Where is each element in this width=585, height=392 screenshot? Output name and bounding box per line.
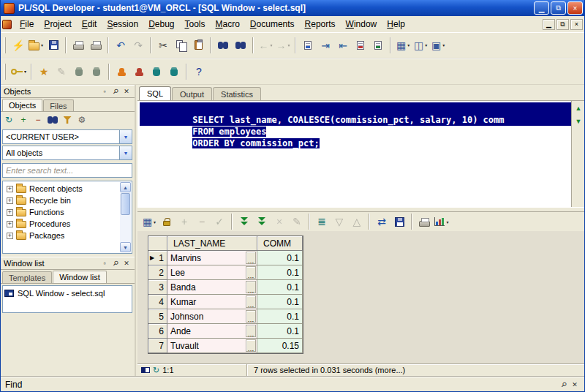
row-number-cell[interactable]: ▶ 4 (148, 295, 167, 309)
sort-asc-button[interactable]: △ ▾ (348, 213, 366, 230)
open-button[interactable]: ▾ (27, 37, 45, 54)
indent-button[interactable]: ⇥ ▾ (317, 37, 334, 54)
scroll-up-icon[interactable]: ▲ (120, 182, 131, 192)
menu-item[interactable]: Project (39, 17, 76, 31)
comm-cell[interactable]: 0.1 (257, 280, 303, 295)
toolbar-button[interactable]: ▾ (210, 37, 211, 53)
toolbar-button[interactable]: ▾ (31, 64, 32, 80)
next-statement-button[interactable]: ▼ (573, 116, 584, 127)
comm-cell[interactable]: 0.1 (257, 324, 303, 339)
report-button[interactable]: ▾ (433, 213, 450, 230)
toolbar-grip[interactable] (4, 37, 6, 53)
corner-cell[interactable] (148, 236, 167, 251)
find-next-button[interactable]: ▾ (232, 37, 249, 54)
cut-button[interactable]: ✂ ▾ (154, 37, 172, 54)
import-button[interactable]: ▾ (70, 63, 88, 80)
break-button[interactable]: ▾ (148, 63, 165, 80)
float-panel-icon[interactable]: ▫ (99, 259, 110, 268)
results-toolbar-button[interactable]: ▾ (231, 214, 233, 230)
row-number-cell[interactable]: ▶ 1 (148, 251, 167, 265)
browser-settings-button[interactable]: ⚙ (75, 113, 89, 127)
tree-item[interactable]: + Packages (4, 230, 120, 241)
expand-icon[interactable]: + (7, 233, 13, 239)
last-name-cell[interactable]: Lee … (167, 265, 257, 280)
delete-record-button[interactable]: − ▾ (193, 213, 211, 230)
minimize-button[interactable]: ▁ (534, 1, 549, 15)
restore-button[interactable]: ⧉ (551, 1, 566, 15)
tree-item[interactable]: + Functions (4, 206, 120, 218)
expand-icon[interactable]: + (7, 186, 13, 192)
tree-item[interactable]: + Procedures (4, 218, 120, 230)
find-button[interactable]: ▾ (214, 37, 232, 54)
collapse-all-button[interactable]: − (31, 113, 45, 127)
window-list-button[interactable]: ▦ ▾ (394, 37, 412, 54)
toolbar-button[interactable]: ▾ (252, 37, 254, 53)
search-input[interactable] (3, 164, 132, 177)
toolbar-button[interactable]: ▾ (390, 37, 391, 53)
tree-item[interactable]: + Recent objects (4, 183, 120, 195)
save-button[interactable]: ▾ (45, 37, 62, 54)
menu-item[interactable]: Macro (211, 17, 245, 31)
horizontal-splitter[interactable] (137, 207, 585, 212)
export-results-button[interactable]: ⇄ ▾ (373, 213, 390, 230)
kill-session-button[interactable]: ▾ (165, 63, 183, 80)
insert-record-button[interactable]: + ▾ (176, 213, 193, 230)
menu-item[interactable]: Debug (143, 17, 179, 31)
last-name-cell[interactable]: Ande … (167, 324, 257, 339)
app-icon[interactable] (4, 3, 15, 14)
comm-cell[interactable]: 0.1 (257, 251, 303, 265)
expand-icon[interactable]: + (7, 209, 13, 216)
tree-scrollbar[interactable]: ▲ ▼ (120, 182, 131, 252)
object-filter-combo[interactable]: All objects ▼ (2, 146, 132, 160)
menu-item[interactable]: Documents (245, 17, 300, 31)
menu-item[interactable]: Session (102, 17, 143, 31)
column-header[interactable]: LAST_NAME (167, 236, 257, 251)
row-number-cell[interactable]: ▶ 3 (148, 280, 167, 295)
toolbar-button[interactable]: ▾ (295, 37, 296, 53)
fetch-next-page-button[interactable]: ▾ (235, 213, 253, 230)
cell-ellipsis-button[interactable]: … (246, 325, 256, 337)
help-button[interactable]: ? ▾ (190, 63, 208, 80)
save-results-button[interactable]: ▾ (390, 213, 408, 230)
grid-options-button[interactable]: ▦ ▾ (140, 213, 158, 230)
editor-tab[interactable]: Statistics (213, 87, 261, 100)
toolbar-grip[interactable] (4, 64, 6, 80)
undo-button[interactable]: ↶ ▾ (112, 37, 129, 54)
results-toolbar-button[interactable]: ▾ (369, 214, 370, 230)
comm-cell[interactable]: 0.1 (257, 265, 303, 280)
row-number-cell[interactable]: ▶ 2 (148, 265, 167, 280)
window-list-tab[interactable]: Templates (2, 271, 52, 283)
last-name-cell[interactable]: Tuvault … (167, 339, 257, 353)
rollback-button[interactable]: ▾ (130, 63, 148, 80)
print-options-button[interactable]: ▾ (87, 37, 105, 54)
mdi-restore-button[interactable]: ⧉ (556, 19, 569, 30)
print-button[interactable]: ▾ (69, 37, 87, 54)
menu-item[interactable]: Window (341, 17, 382, 31)
toolbar-button[interactable]: ▾ (65, 37, 67, 53)
last-name-cell[interactable]: Marvins … (167, 251, 257, 265)
single-record-view-button[interactable]: ≣ ▾ (313, 213, 331, 230)
compare-button[interactable]: ▾ (369, 37, 387, 54)
post-record-button[interactable]: ✓ ▾ (211, 213, 228, 230)
comm-cell[interactable]: 0.1 (257, 295, 303, 309)
print-results-button[interactable]: ▾ (415, 213, 433, 230)
new-instance-button[interactable]: ▣ ▾ (429, 37, 447, 54)
comm-cell[interactable]: 0.1 (257, 309, 303, 324)
objects-panel-tab[interactable]: Files (43, 99, 73, 111)
row-number-cell[interactable]: ▶ 6 (148, 324, 167, 339)
cell-ellipsis-button[interactable]: … (246, 295, 256, 308)
paste-button[interactable]: ▾ (189, 37, 207, 54)
menu-item[interactable]: Tools (180, 17, 211, 31)
filter-button[interactable] (60, 113, 75, 127)
chevron-down-icon[interactable]: ▼ (119, 130, 132, 143)
cell-ellipsis-button[interactable]: … (246, 310, 256, 323)
edit-object-button[interactable]: ✎ ▾ (53, 63, 70, 80)
expand-icon[interactable]: + (7, 221, 13, 227)
close-panel-icon[interactable]: ✕ (570, 380, 580, 389)
window-list-item[interactable]: SQL Window - select.sql (4, 287, 130, 299)
toolbar-button[interactable]: ▾ (107, 37, 109, 53)
menu-item[interactable]: Help (382, 17, 410, 31)
mdi-minimize-button[interactable]: ▁ (543, 19, 555, 30)
menu-item[interactable]: File (15, 17, 39, 31)
window-list-tab[interactable]: Window list (53, 271, 107, 283)
